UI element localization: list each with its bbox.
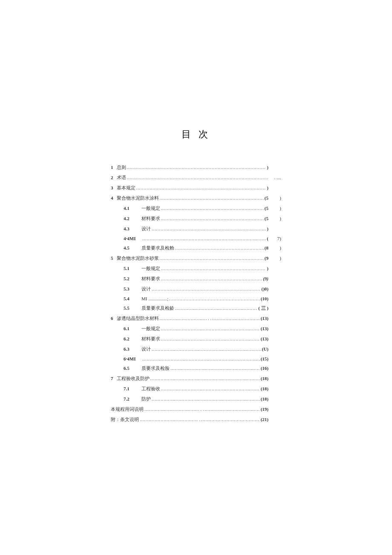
toc-leader-dots <box>201 417 259 422</box>
toc-subsection-number: 5.4 <box>124 296 135 301</box>
toc-section-label: 术语 <box>117 174 126 181</box>
toc-leader-dots <box>161 386 260 391</box>
toc-entry: 5.4MI ................;(10) <box>111 296 281 301</box>
toc-entry: 6·4MI(15) <box>111 356 281 361</box>
toc-section-label: 渗透结晶型防水材料 <box>117 315 159 322</box>
toc-mid-gap: . <box>199 417 200 422</box>
toc-page-number: ) <box>267 266 268 271</box>
toc-plain-label: 本规程用词说明 <box>111 406 144 413</box>
toc-subsection-label: 设计 <box>141 286 151 292</box>
toc-entry: 1总则) <box>111 164 281 171</box>
toc-leader-dots <box>136 185 266 190</box>
toc-subsection-number: 7.1 <box>124 386 135 391</box>
toc-section-number: 1 <box>111 165 113 170</box>
toc-leader-dots <box>169 296 259 301</box>
toc-leader-dots <box>161 336 260 341</box>
toc-page-number: (15) <box>261 356 268 361</box>
toc-subsection-number: 4.5 <box>124 245 135 250</box>
toc-leader-dots <box>152 286 261 291</box>
toc-subsection-label: 材料要求 <box>141 336 160 342</box>
table-of-contents: 1总则)2术语. ....3基本规定)4聚合物水泥防水涂料(5)4.1一般规定(… <box>111 164 281 423</box>
toc-leader-dots <box>161 216 264 221</box>
toc-subsection-number: 4.3 <box>124 226 135 231</box>
toc-leader-dots <box>161 326 260 331</box>
toc-leader-dots <box>161 276 262 281</box>
toc-entry: 6.3设计(U) <box>111 346 281 352</box>
toc-page-number: (18) <box>261 376 268 381</box>
toc-subsection-label: 质要求及检脸 <box>141 365 170 372</box>
toc-page-number: (18) <box>261 396 268 401</box>
toc-leader-dots <box>160 256 264 261</box>
toc-page-number: (18) <box>261 386 268 391</box>
toc-subsection-label: 材料要求 <box>141 215 160 222</box>
toc-entry: 6.1一般规定(13) <box>111 325 281 332</box>
toc-subsection-label: 工程验收 <box>141 386 160 392</box>
toc-entry: 4·4MI(7) <box>111 236 281 241</box>
toc-page-number: (16) <box>261 366 268 371</box>
toc-entry: 5.5质量要求及检龄( 三 ) <box>111 305 281 311</box>
toc-entry: 附：条文说明.(21) <box>111 416 281 423</box>
toc-leader-dots <box>140 417 198 422</box>
toc-subsection-label: MI ................; <box>141 296 168 301</box>
toc-entry: 7工程验收及防护(18) <box>111 375 281 382</box>
toc-subsection-label: 质量要求及检龄 <box>141 305 174 311</box>
toc-subsection-number: 5.3 <box>124 286 135 291</box>
toc-section-number: 2 <box>111 175 113 180</box>
toc-subsection-label: 设计 <box>141 226 151 232</box>
toc-section-number: 7 <box>111 376 113 381</box>
toc-entry: 4.2材料要求(5) <box>111 215 281 222</box>
toc-page-number: (9 <box>265 256 268 261</box>
toc-page-number: ()0) <box>262 286 269 291</box>
toc-trail: . .... <box>268 175 281 180</box>
toc-leader-dots <box>161 266 266 271</box>
toc-leader-dots <box>144 407 199 412</box>
toc-section-label: 总则 <box>117 164 126 171</box>
toc-leader-dots <box>127 175 268 180</box>
toc-subsection-number: 5.1 <box>124 266 135 271</box>
toc-page-number: (10) <box>261 296 268 301</box>
toc-page-number: (5 <box>265 206 268 211</box>
toc-leader-dots <box>152 226 266 231</box>
toc-subsection-label: 质量要求及检舱 <box>141 245 174 251</box>
toc-page-number: (8 <box>265 245 268 250</box>
toc-section-number: 3 <box>111 185 113 190</box>
toc-trail: ) <box>268 245 281 250</box>
toc-mid-gap: . . <box>208 316 211 321</box>
toc-trail: ) <box>268 256 281 261</box>
toc-page-number: (U) <box>262 346 268 352</box>
toc-section-label: 工程验收及防护 <box>117 375 150 382</box>
toc-subsection-number: 5.2 <box>124 276 135 281</box>
toc-subsection-number: 6.5 <box>124 366 135 371</box>
toc-leader-dots <box>161 206 264 211</box>
toc-subsection-number: 4.2 <box>124 216 135 221</box>
toc-subsection-number: 7.2 <box>124 396 135 401</box>
toc-page-number: ) <box>267 165 268 170</box>
toc-page-number: (13) <box>261 336 268 341</box>
toc-section-number: 4 <box>111 195 113 200</box>
toc-plain-label: 附：条文说明 <box>111 416 139 423</box>
toc-entry: 4.3设计) <box>111 226 281 232</box>
toc-section-label: 聚合物水泥防水砂浆 <box>117 255 159 262</box>
toc-entry: 7.1工程验收(18) <box>111 386 281 392</box>
toc-subsection-label: 材料要求 <box>141 276 160 282</box>
toc-entry: 5聚合物水泥防水砂浆(9) <box>111 255 281 262</box>
toc-section-number: 6 <box>111 316 113 321</box>
toc-subsection-label: 一般规定 <box>141 325 160 332</box>
toc-entry: 4聚合物水泥防水涂料(5) <box>111 195 281 201</box>
toc-page-number: (21) <box>261 417 268 422</box>
toc-subsection-label: 设计 <box>141 346 151 352</box>
toc-subsection-number: 6.2 <box>124 336 135 341</box>
toc-entry: 3基本规定) <box>111 185 281 191</box>
toc-page-number: (13) <box>261 326 268 331</box>
toc-leader-dots <box>152 396 260 401</box>
toc-leader-dots <box>150 376 260 381</box>
toc-entry: 5.3设计()0) <box>111 286 281 292</box>
toc-page-number: (5 <box>265 216 268 221</box>
toc-leader-dots <box>160 195 264 200</box>
toc-leader-dots <box>170 366 260 371</box>
toc-page-number: (13) <box>261 316 268 321</box>
toc-subsection-number: 6.3 <box>124 346 135 352</box>
toc-subsection-number: 6·4MI <box>124 356 135 361</box>
toc-section-label: 聚合物水泥防水涂料 <box>117 195 159 201</box>
toc-entry: 6.2材料要求(13) <box>111 336 281 342</box>
